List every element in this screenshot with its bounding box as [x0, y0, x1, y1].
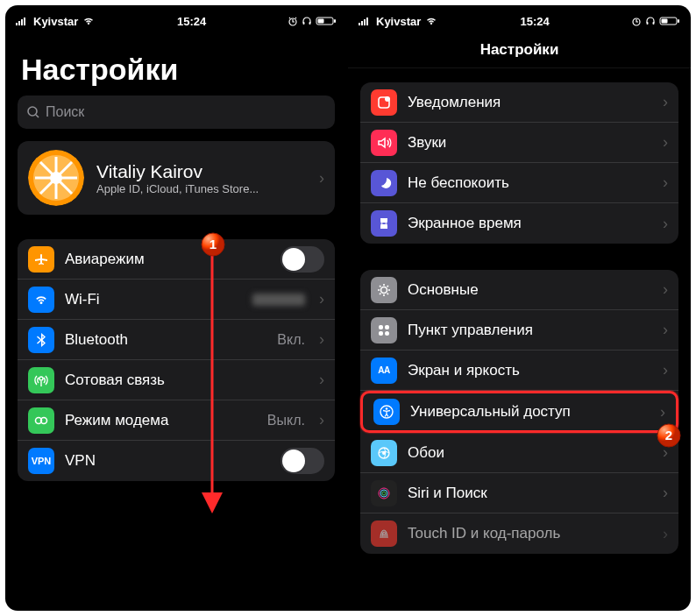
chevron-right-icon: › [663, 133, 668, 152]
svg-rect-8 [318, 19, 324, 24]
svg-text:1: 1 [210, 237, 217, 251]
svg-point-38 [386, 407, 388, 410]
svg-point-42 [380, 490, 387, 497]
screentime-row[interactable]: Экранное время › [360, 203, 678, 244]
cellular-row[interactable]: Сотовая связь › [18, 360, 335, 400]
bluetooth-label: Bluetooth [65, 331, 266, 349]
page-title: Настройки [5, 32, 347, 96]
svg-rect-3 [24, 18, 25, 25]
svg-rect-2 [21, 19, 23, 25]
airplane-label: Авиарежим [65, 251, 270, 268]
svg-point-36 [385, 331, 389, 336]
svg-rect-21 [361, 21, 363, 25]
vpn-label: VPN [65, 452, 270, 470]
touchid-icon [371, 520, 397, 547]
airplane-toggle[interactable] [281, 246, 324, 273]
wifi-row[interactable]: Wi-Fi › [18, 280, 335, 320]
vpn-toggle[interactable] [281, 448, 324, 474]
general-icon [371, 277, 397, 303]
control-row[interactable]: Пункт управления › [360, 310, 678, 350]
airplane-icon [28, 246, 54, 273]
search-input[interactable]: Поиск [18, 96, 335, 129]
chevron-right-icon: › [663, 173, 668, 192]
annotation-badge-2: 2 [656, 422, 682, 449]
wallpaper-row[interactable]: Обои › [360, 433, 678, 473]
general-row[interactable]: Основные › [360, 270, 678, 310]
profile-group: Vitaliy Kairov Apple ID, iCloud, iTunes … [18, 141, 335, 215]
carrier-label: Kyivstar [33, 15, 78, 28]
signal-icon [359, 16, 373, 26]
wallpaper-label: Обои [408, 444, 652, 462]
chevron-right-icon: › [319, 371, 324, 389]
svg-rect-1 [18, 21, 20, 25]
svg-rect-25 [647, 22, 649, 25]
chevron-right-icon: › [319, 169, 324, 188]
screentime-icon [371, 210, 397, 237]
profile-row[interactable]: Vitaliy Kairov Apple ID, iCloud, iTunes … [18, 141, 335, 215]
alarm-icon [288, 16, 298, 26]
svg-text:2: 2 [665, 428, 672, 443]
chevron-right-icon: › [663, 525, 668, 543]
accessibility-icon [373, 399, 400, 425]
hotspot-label: Режим модема [65, 412, 257, 429]
nav-title: Настройки [348, 32, 691, 68]
tutorial-frame: Kyivstar 15:24 Настройки Поиск [5, 5, 691, 611]
svg-rect-20 [359, 23, 360, 25]
svg-rect-0 [16, 23, 18, 25]
wifi-label: Wi-Fi [65, 291, 242, 308]
bluetooth-icon [28, 327, 54, 353]
headphones-icon [645, 16, 656, 26]
cellular-label: Сотовая связь [65, 372, 309, 389]
touchid-row[interactable]: Touch ID и код-пароль › [360, 513, 678, 554]
svg-point-43 [382, 492, 386, 495]
sounds-row[interactable]: Звуки › [360, 123, 678, 163]
chevron-right-icon: › [663, 361, 668, 379]
airplane-row[interactable]: Авиарежим [18, 239, 335, 280]
display-label: Экран и яркость [408, 362, 652, 379]
siri-row[interactable]: Siri и Поиск › [360, 473, 678, 513]
screentime-label: Экранное время [408, 215, 652, 232]
screen-right: Kyivstar 15:24 Настройки Уведомления › [348, 5, 691, 611]
chevron-right-icon: › [319, 290, 324, 308]
wifi-status-icon [82, 16, 96, 26]
hotspot-detail: Выкл. [267, 413, 305, 428]
svg-rect-23 [366, 18, 368, 25]
touchid-label: Touch ID и код-пароль [408, 525, 652, 542]
svg-rect-22 [364, 19, 366, 25]
display-icon: AA [371, 358, 397, 384]
accessibility-row[interactable]: Универсальный доступ › [360, 391, 678, 433]
search-placeholder: Поиск [46, 104, 84, 120]
carrier-label: Kyivstar [376, 15, 421, 28]
search-icon [26, 105, 40, 119]
hotspot-row[interactable]: Режим модема Выкл. › [18, 400, 335, 441]
chevron-right-icon: › [319, 330, 324, 349]
notifications-label: Уведомления [408, 94, 652, 111]
control-icon [371, 317, 397, 343]
dnd-icon [371, 170, 397, 196]
bluetooth-row[interactable]: Bluetooth Вкл. › [18, 320, 335, 360]
cellular-icon [28, 367, 54, 393]
dnd-row[interactable]: Не беспокоить › [360, 163, 678, 203]
svg-rect-28 [662, 19, 668, 24]
dnd-label: Не беспокоить [408, 174, 652, 192]
vpn-row[interactable]: VPN VPN [18, 441, 335, 481]
battery-icon [659, 16, 680, 26]
display-row[interactable]: AA Экран и яркость › [360, 350, 678, 391]
accessibility-label: Универсальный доступ [410, 403, 650, 421]
svg-rect-33 [379, 325, 383, 329]
notifications-row[interactable]: Уведомления › [360, 82, 678, 123]
battery-icon [316, 16, 337, 26]
siri-icon [371, 480, 397, 506]
svg-rect-29 [678, 19, 679, 23]
status-bar: Kyivstar 15:24 [348, 5, 691, 32]
group-notifications: Уведомления › Звуки › Не беспокоить › [360, 82, 678, 244]
svg-rect-34 [385, 325, 389, 329]
chevron-right-icon: › [319, 411, 324, 429]
svg-rect-6 [309, 22, 311, 25]
profile-subtitle: Apple ID, iCloud, iTunes Store... [96, 182, 307, 195]
siri-label: Siri и Поиск [408, 485, 652, 502]
time-label: 15:24 [521, 15, 550, 28]
signal-icon [16, 16, 30, 26]
svg-rect-5 [303, 22, 305, 25]
wifi-status-icon [424, 16, 438, 26]
